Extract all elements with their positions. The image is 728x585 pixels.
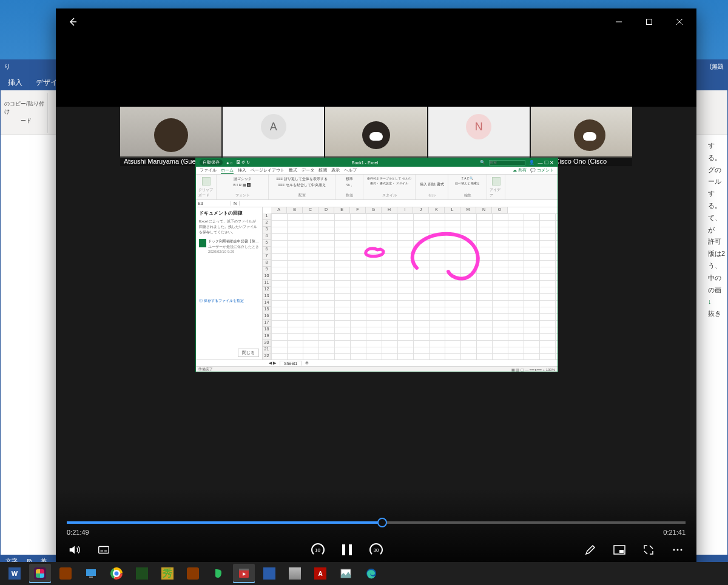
svg-point-8 bbox=[681, 549, 682, 551]
excel-add-sheet[interactable]: ⊕ bbox=[305, 361, 309, 366]
excel-tab[interactable]: データ bbox=[302, 167, 314, 173]
svg-rect-3 bbox=[349, 544, 352, 555]
recovery-desc: Excel によって、以下のファイルが回復されました。残したいファイルを保存して… bbox=[199, 219, 259, 235]
taskbar-app-icon[interactable] bbox=[258, 564, 280, 583]
skip-back-button[interactable]: 10 bbox=[310, 542, 326, 558]
svg-rect-2 bbox=[342, 544, 345, 555]
close-icon bbox=[676, 18, 683, 25]
taskbar-app-icon[interactable] bbox=[182, 564, 204, 583]
taskbar-app-icon[interactable] bbox=[55, 564, 76, 583]
taskbar-chrome-icon[interactable] bbox=[106, 564, 127, 583]
recovery-file-time: 2020/02/10 9:29 bbox=[208, 250, 259, 253]
excel-search[interactable] bbox=[489, 160, 525, 165]
excel-sheet-tab[interactable]: Sheet1 bbox=[280, 361, 302, 366]
excel-status-text: 準備完了 bbox=[198, 367, 213, 372]
svg-rect-1 bbox=[99, 547, 109, 553]
recovery-close-button[interactable]: 閉じる bbox=[238, 349, 259, 357]
seek-bar[interactable] bbox=[67, 521, 686, 524]
excel-autosave-toggle[interactable]: 自動保存 bbox=[200, 159, 223, 165]
minimize-button[interactable] bbox=[605, 12, 632, 32]
excel-share-button[interactable]: ☁ 共有 bbox=[513, 167, 527, 173]
recovery-file-name: ドック利用補助金申請書【算… bbox=[208, 239, 259, 244]
back-button[interactable] bbox=[59, 12, 86, 32]
svg-point-15 bbox=[115, 572, 119, 576]
more-button[interactable] bbox=[670, 542, 686, 558]
word-clipboard-group-label: ード bbox=[21, 117, 32, 125]
play-pause-button[interactable] bbox=[339, 542, 355, 558]
excel-zoom[interactable]: 100% bbox=[546, 368, 555, 372]
word-text-line: て、 bbox=[708, 212, 727, 224]
excel-document-recovery-pane[interactable]: ドキュメントの回復 Excel によって、以下のファイルが回復されました。残した… bbox=[196, 207, 263, 359]
excel-formula-bar[interactable]: E3 fx bbox=[196, 200, 558, 207]
maximize-button[interactable] bbox=[636, 12, 662, 32]
taskbar-photos-icon[interactable] bbox=[335, 564, 357, 583]
taskbar-word-icon[interactable]: W bbox=[4, 564, 25, 583]
taskbar-acrobat-icon[interactable]: A bbox=[309, 564, 331, 583]
word-text-line: ール bbox=[708, 176, 727, 188]
word-text-line: する。 bbox=[708, 188, 727, 212]
word-title-right: (無題 bbox=[706, 60, 727, 73]
word-text-line: の画 bbox=[708, 284, 727, 296]
word-text-line: 中の bbox=[708, 272, 727, 284]
excel-grid[interactable]: ABCDEFGHIJKLMNO 123456789101112131415161… bbox=[263, 207, 558, 359]
close-button[interactable] bbox=[666, 12, 693, 32]
fullscreen-button[interactable] bbox=[641, 542, 656, 558]
speaker-icon bbox=[68, 543, 81, 557]
time-total: 0:21:41 bbox=[663, 529, 686, 536]
word-clipboard-group[interactable]: のコピー/貼り付け ード bbox=[4, 93, 48, 133]
excel-tab[interactable]: ヘルプ bbox=[344, 167, 357, 173]
volume-button[interactable] bbox=[67, 542, 83, 558]
mini-view-button[interactable] bbox=[612, 542, 627, 558]
recovery-select-link[interactable]: ⓘ 保存するファイルを指定 bbox=[199, 298, 259, 304]
excel-ribbon-tabs[interactable]: ファイル ホーム 挿入 ページレイアウト 数式 データ 校閲 表示 ヘルプ ☁ … bbox=[196, 167, 558, 175]
skip-forward-button[interactable]: 30 bbox=[368, 542, 384, 558]
fullscreen-icon bbox=[642, 544, 655, 556]
svg-point-6 bbox=[673, 549, 675, 551]
excel-tab[interactable]: 校閲 bbox=[318, 167, 327, 173]
seek-thumb[interactable] bbox=[377, 518, 387, 527]
recovery-file[interactable]: ドック利用補助金申請書【算… ユーザーが最後に保存したとき 2020/02/10… bbox=[199, 239, 259, 253]
word-text-line: う、 bbox=[708, 260, 727, 272]
word-title-right-label: (無題 bbox=[710, 62, 724, 71]
maximize-icon bbox=[645, 18, 653, 25]
player-controls: 0:21:49 0:21:41 10 bbox=[56, 489, 696, 566]
taskbar-app-icon[interactable] bbox=[284, 564, 306, 583]
word-text-line: ↓ bbox=[708, 296, 727, 308]
word-text-line: する。 bbox=[708, 140, 727, 164]
excel-ribbon[interactable]: クリップボード 游ゴシックB I U ▦ 🅰フォント ≡≡≡ 折り返して全体を表… bbox=[196, 175, 558, 200]
windows-taskbar[interactable]: W 秀 A bbox=[0, 562, 728, 585]
video-surface[interactable]: Atsushi Maruyama (Gue A Atsushi Maruyama… bbox=[56, 35, 696, 566]
taskbar-slack-icon[interactable] bbox=[29, 564, 51, 583]
excel-tab-home[interactable]: ホーム bbox=[221, 167, 234, 174]
taskbar-desktop-icon[interactable] bbox=[80, 564, 102, 583]
excel-sheet-bar[interactable]: ◀ ▶ Sheet1 ⊕ bbox=[196, 359, 558, 366]
word-tab-design[interactable]: デザイ bbox=[35, 75, 59, 90]
taskbar-app-icon[interactable] bbox=[131, 564, 153, 583]
excel-tab[interactable]: 挿入 bbox=[238, 167, 246, 173]
excel-file-icon bbox=[199, 239, 206, 247]
excel-comment-button[interactable]: 💬 コメント bbox=[530, 167, 554, 173]
excel-status-bar: 準備完了 ▦ ▥ ▢ — ━━●━━ + 100% bbox=[196, 366, 558, 372]
excel-titlebar: 自動保存 ● ○ 🖫 ↺ ↻ Book1 - Excel 🔍 👤 — ☐ ✕ bbox=[196, 158, 558, 167]
time-elapsed: 0:21:49 bbox=[67, 529, 89, 536]
edit-button[interactable] bbox=[582, 542, 598, 558]
annotation-drawing bbox=[271, 213, 558, 353]
pause-icon bbox=[341, 543, 353, 557]
taskbar-evernote-icon[interactable] bbox=[207, 564, 229, 583]
excel-tab-file[interactable]: ファイル bbox=[200, 167, 217, 173]
svg-rect-9 bbox=[86, 569, 96, 576]
pencil-icon bbox=[584, 544, 596, 556]
taskbar-edge-icon[interactable] bbox=[360, 564, 382, 583]
taskbar-app-icon[interactable]: 秀 bbox=[157, 564, 178, 583]
excel-name-box[interactable]: E3 bbox=[196, 201, 231, 206]
excel-tab[interactable]: 表示 bbox=[331, 167, 340, 173]
taskbar-video-player-icon[interactable] bbox=[233, 564, 255, 583]
word-tab-insert[interactable]: 挿入 bbox=[7, 75, 24, 90]
excel-tab[interactable]: ページレイアウト bbox=[251, 167, 285, 173]
subtitle-button[interactable] bbox=[96, 542, 112, 558]
svg-rect-10 bbox=[89, 577, 93, 578]
minimize-icon bbox=[615, 18, 622, 25]
word-text-line: 許可 bbox=[708, 236, 727, 248]
excel-window-controls[interactable]: — ☐ ✕ bbox=[538, 160, 554, 165]
excel-tab[interactable]: 数式 bbox=[289, 167, 297, 173]
